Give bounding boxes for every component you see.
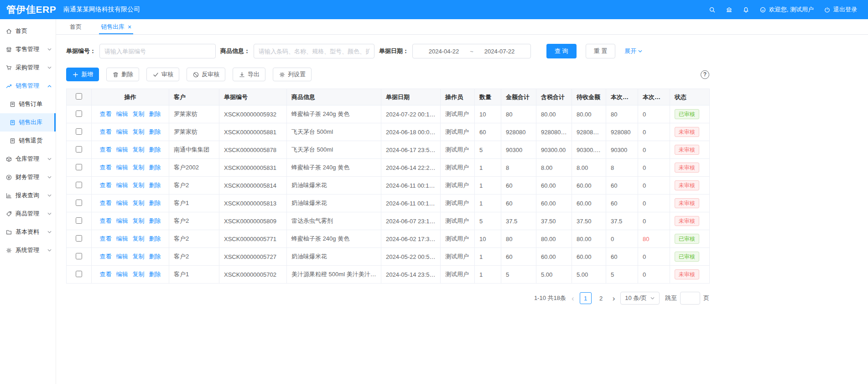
reset-button[interactable]: 重 置 [586, 44, 616, 58]
sidebar-item-report[interactable]: 报表查询 [0, 186, 56, 205]
view-link[interactable]: 查看 [100, 182, 112, 189]
delete-link[interactable]: 删除 [149, 217, 161, 224]
row-checkbox[interactable] [76, 110, 82, 117]
copy-link[interactable]: 复制 [133, 110, 145, 117]
sidebar-item-system[interactable]: 系统管理 [0, 241, 56, 259]
sidebar-item-finance[interactable]: 财务管理 [0, 168, 56, 186]
delete-link[interactable]: 删除 [149, 164, 161, 171]
help-icon[interactable]: ? [701, 70, 709, 79]
select-all-checkbox[interactable] [76, 93, 82, 100]
delete-button[interactable]: 删除 [106, 68, 139, 81]
page-size-select[interactable]: 10 条/页 [620, 292, 660, 305]
view-link[interactable]: 查看 [100, 253, 112, 260]
bill-no-cell: XSCK00000005878 [219, 141, 287, 159]
export-button[interactable]: 导出 [233, 68, 265, 81]
prev-page-button[interactable]: ‹ [572, 295, 574, 302]
tab-home[interactable]: 首页 [70, 19, 82, 34]
audit-button[interactable]: 审核 [146, 68, 179, 81]
view-link[interactable]: 查看 [100, 271, 112, 278]
home-icon[interactable] [726, 6, 733, 13]
edit-link[interactable]: 编辑 [116, 235, 128, 242]
delete-link[interactable]: 删除 [149, 128, 161, 135]
row-checkbox[interactable] [76, 235, 82, 242]
unaudit-button[interactable]: 反审核 [187, 68, 225, 81]
sidebar-item-purchase[interactable]: 采购管理 [0, 58, 56, 77]
delete-link[interactable]: 删除 [149, 271, 161, 278]
delete-link[interactable]: 删除 [149, 253, 161, 260]
view-link[interactable]: 查看 [100, 128, 112, 135]
copy-link[interactable]: 复制 [133, 253, 145, 260]
sidebar-item-warehouse[interactable]: 仓库管理 [0, 150, 56, 168]
next-page-button[interactable]: › [613, 295, 615, 302]
view-link[interactable]: 查看 [100, 146, 112, 153]
user-menu[interactable]: 欢迎您, 测试用户 [759, 5, 814, 14]
add-button[interactable]: 新增 [66, 68, 99, 81]
columns-button[interactable]: 列设置 [273, 68, 312, 81]
delete-link[interactable]: 删除 [149, 182, 161, 189]
logout-button[interactable]: 退出登录 [824, 5, 857, 14]
bell-icon[interactable] [743, 6, 749, 13]
view-link[interactable]: 查看 [100, 217, 112, 224]
bill-no-input[interactable] [99, 44, 216, 58]
row-checkbox[interactable] [76, 128, 82, 135]
copy-link[interactable]: 复制 [133, 128, 145, 135]
edit-link[interactable]: 编辑 [116, 271, 128, 278]
copy-link[interactable]: 复制 [133, 164, 145, 171]
row-checkbox[interactable] [76, 253, 82, 259]
tab-sales-outbound[interactable]: 销售出库× [101, 19, 131, 34]
jump-page-input[interactable] [680, 292, 700, 305]
copy-link[interactable]: 复制 [133, 200, 145, 206]
copy-link[interactable]: 复制 [133, 271, 145, 278]
edit-link[interactable]: 编辑 [116, 217, 128, 224]
status-badge: 未审核 [675, 216, 699, 226]
row-checkbox[interactable] [76, 217, 82, 224]
sidebar-item-sales-order[interactable]: 销售订单 [0, 95, 56, 113]
search-icon[interactable] [709, 6, 716, 13]
sidebar-item-home[interactable]: 首页 [0, 22, 56, 40]
delete-link[interactable]: 删除 [149, 110, 161, 117]
expand-link[interactable]: 展开 [624, 47, 643, 55]
sidebar-item-sales-outbound[interactable]: 销售出库 [0, 113, 56, 132]
sidebar-item-sales-return[interactable]: 销售退货 [0, 132, 56, 150]
close-icon[interactable]: × [128, 24, 131, 30]
edit-link[interactable]: 编辑 [116, 253, 128, 260]
date-range-picker[interactable]: 2024-04-22 ~ 2024-07-22 [412, 44, 531, 58]
row-checkbox[interactable] [76, 200, 82, 206]
view-link[interactable]: 查看 [100, 235, 112, 242]
row-checkbox[interactable] [76, 182, 82, 188]
bill-no-cell: XSCK00000005881 [219, 123, 287, 141]
edit-link[interactable]: 编辑 [116, 146, 128, 153]
row-checkbox[interactable] [76, 271, 82, 277]
copy-link[interactable]: 复制 [133, 235, 145, 242]
view-link[interactable]: 查看 [100, 200, 112, 206]
delete-link[interactable]: 删除 [149, 146, 161, 153]
view-link[interactable]: 查看 [100, 110, 112, 117]
search-button[interactable]: 查 询 [546, 44, 577, 58]
edit-link[interactable]: 编辑 [116, 110, 128, 117]
edit-link[interactable]: 编辑 [116, 182, 128, 189]
quantity-cell: 10 [475, 230, 501, 248]
delete-link[interactable]: 删除 [149, 235, 161, 242]
copy-link[interactable]: 复制 [133, 182, 145, 189]
page-1-button[interactable]: 1 [580, 292, 592, 304]
page-2-button[interactable]: 2 [595, 292, 607, 304]
row-checkbox[interactable] [76, 146, 82, 153]
edit-link[interactable]: 编辑 [116, 164, 128, 171]
edit-link[interactable]: 编辑 [116, 200, 128, 206]
chevron-down-icon [47, 248, 52, 253]
sidebar-item-sales[interactable]: 销售管理 [0, 77, 56, 95]
edit-link[interactable]: 编辑 [116, 128, 128, 135]
delete-link[interactable]: 删除 [149, 200, 161, 206]
sidebar-item-retail[interactable]: 零售管理 [0, 40, 56, 58]
date-from[interactable]: 2024-04-22 [429, 48, 459, 55]
product-info-input[interactable] [254, 44, 374, 58]
copy-link[interactable]: 复制 [133, 217, 145, 224]
sidebar-item-basic[interactable]: 基本资料 [0, 223, 56, 241]
date-to[interactable]: 2024-07-22 [484, 48, 515, 55]
view-link[interactable]: 查看 [100, 164, 112, 171]
row-checkbox[interactable] [76, 164, 82, 170]
sidebar-item-product[interactable]: 商品管理 [0, 205, 56, 223]
copy-link[interactable]: 复制 [133, 146, 145, 153]
amount-total-cell: 60 [501, 248, 536, 266]
column-header-12: 本次欠款 [638, 89, 670, 105]
